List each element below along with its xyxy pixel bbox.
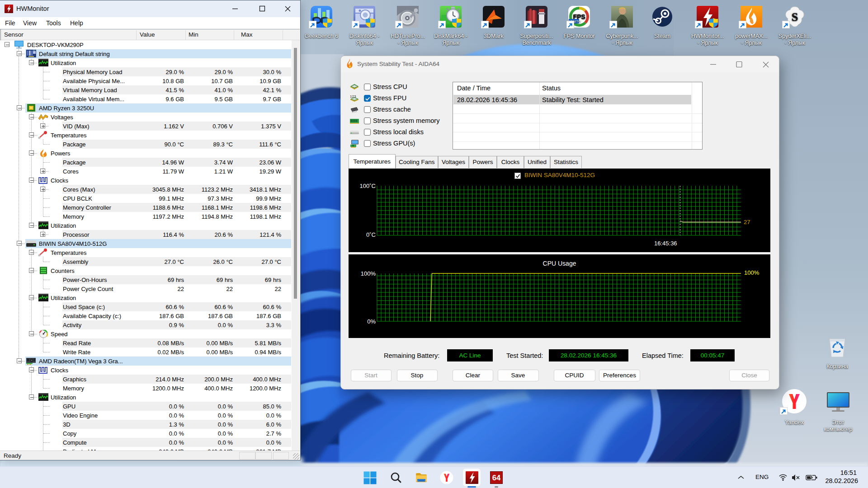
svg-text:S: S [792,10,798,23]
